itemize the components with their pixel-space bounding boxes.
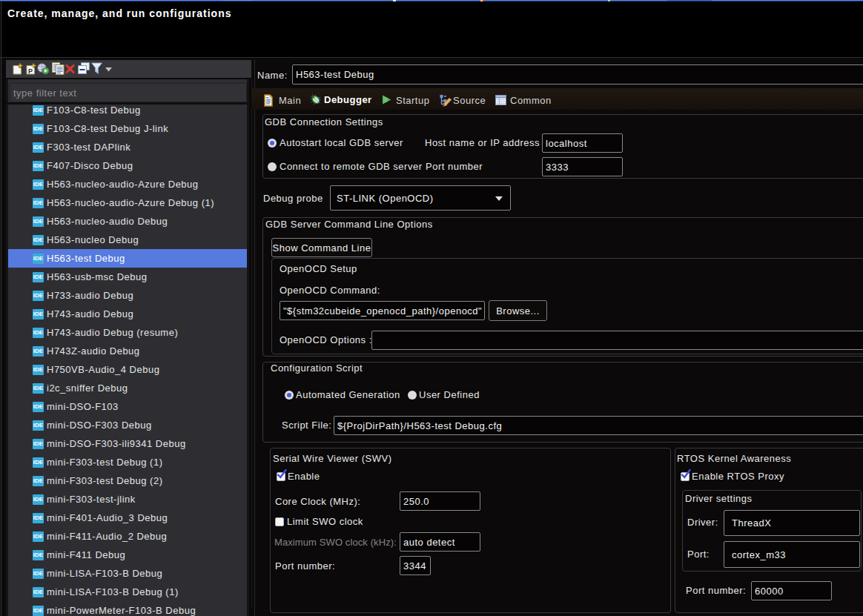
svg-text:P: P — [28, 67, 33, 75]
